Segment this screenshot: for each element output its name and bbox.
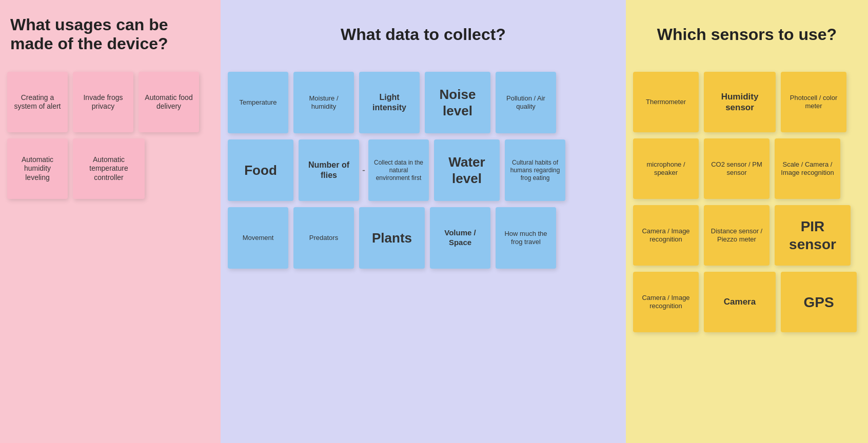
sensors-row-2: microphone / speaker CO2 sensor / PM sen…: [633, 138, 861, 199]
list-item: Plants: [359, 207, 425, 269]
list-item: Temperature: [228, 72, 288, 133]
data-cards: Temperature Moisture / humidity Light in…: [221, 67, 626, 443]
list-item: PIR sensor: [775, 205, 851, 266]
sensors-header: Which sensors to use?: [626, 0, 868, 67]
list-item: Volume / Space: [430, 207, 490, 269]
list-item: CO2 sensor / PM sensor: [704, 138, 770, 199]
list-item: How much the frog travel: [496, 207, 556, 269]
list-item: microphone / speaker: [633, 138, 699, 199]
list-item: Number of flies: [299, 139, 359, 201]
list-item: Automatic food delivery: [139, 72, 199, 132]
list-item: Automatic humidity leveling: [7, 138, 68, 199]
data-row-2: Food Number of flies - Collect data in t…: [228, 139, 619, 201]
list-item: Moisture / humidity: [293, 72, 354, 133]
data-title: What data to collect?: [341, 25, 506, 44]
sensors-row-4: Camera / Image recognition Camera GPS: [633, 272, 861, 332]
dash-separator: -: [362, 165, 365, 176]
list-item: Collect data in the natural environment …: [368, 139, 429, 201]
list-item: Distance sensor / Piezzo meter: [704, 205, 770, 266]
sensors-cards: Thermometer Humidity sensor Photocell / …: [626, 67, 868, 443]
data-column: What data to collect? Temperature Moistu…: [221, 0, 626, 443]
list-item: Light intensity: [359, 72, 420, 133]
sensors-row-1: Thermometer Humidity sensor Photocell / …: [633, 72, 861, 132]
list-item: GPS: [781, 272, 857, 332]
list-item: Scale / Camera / Image recognition: [775, 138, 840, 199]
list-item: Camera: [704, 272, 776, 332]
sensors-row-3: Camera / Image recognition Distance sens…: [633, 205, 861, 266]
data-row-1: Temperature Moisture / humidity Light in…: [228, 72, 619, 133]
list-item: Movement: [228, 207, 288, 269]
list-item: Humidity sensor: [704, 72, 776, 132]
usages-cards: Creating a system of alert Invade frogs …: [0, 67, 221, 443]
list-item: Camera / Image recognition: [633, 272, 699, 332]
list-item: Pollution / Air quality: [496, 72, 556, 133]
list-item: Invade frogs privacy: [73, 72, 133, 132]
list-item: Thermometer: [633, 72, 699, 132]
usages-row-2: Automatic humidity leveling Automatic te…: [7, 138, 213, 199]
list-item: Automatic temperature controller: [73, 138, 145, 199]
usages-title: What usages can be made of the device?: [10, 15, 210, 53]
list-item: Camera / Image recognition: [633, 205, 699, 266]
list-item: Photocell / color meter: [781, 72, 846, 132]
list-item: Creating a system of alert: [7, 72, 68, 132]
data-row-3: Movement Predators Plants Volume / Space…: [228, 207, 619, 269]
usages-row-1: Creating a system of alert Invade frogs …: [7, 72, 213, 132]
list-item: Food: [228, 139, 293, 201]
usages-column: What usages can be made of the device? C…: [0, 0, 221, 443]
main-container: What usages can be made of the device? C…: [0, 0, 868, 443]
data-header: What data to collect?: [221, 0, 626, 67]
list-item: Noise level: [425, 72, 490, 133]
list-item: Water level: [434, 139, 500, 201]
list-item: Cultural habits of humans regarding frog…: [505, 139, 565, 201]
sensors-column: Which sensors to use? Thermometer Humidi…: [626, 0, 868, 443]
usages-header: What usages can be made of the device?: [0, 0, 221, 67]
list-item: Predators: [293, 207, 354, 269]
sensors-title: Which sensors to use?: [657, 25, 837, 44]
